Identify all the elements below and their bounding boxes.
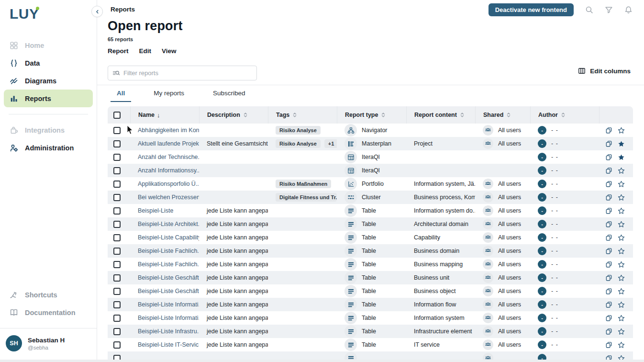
copy-icon[interactable]: [605, 288, 612, 295]
filter-icon[interactable]: [605, 6, 613, 14]
report-name-link[interactable]: Beispiel-Liste Informati...: [138, 315, 199, 321]
sidebar-item-documentation[interactable]: Documentation: [4, 304, 93, 321]
row-checkbox[interactable]: [113, 181, 121, 188]
copy-icon[interactable]: [605, 274, 612, 282]
report-name-link[interactable]: Beispiel-Liste Fachlich...: [138, 261, 199, 268]
copy-icon[interactable]: [605, 315, 612, 322]
row-checkbox[interactable]: [113, 167, 121, 174]
star-icon[interactable]: [618, 248, 625, 255]
sidebar-collapse-button[interactable]: [91, 6, 103, 17]
row-checkbox[interactable]: [113, 288, 121, 295]
column-header-tags[interactable]: Tags: [268, 106, 337, 124]
star-icon[interactable]: [618, 194, 625, 201]
row-checkbox[interactable]: [113, 127, 121, 134]
report-name-link[interactable]: Bei welchen Prozessen...: [138, 194, 199, 201]
report-name-link[interactable]: Beispiel-Liste: [138, 207, 173, 214]
star-icon[interactable]: [618, 328, 625, 335]
copy-icon[interactable]: [605, 207, 612, 215]
copy-icon[interactable]: [605, 301, 612, 308]
menu-report[interactable]: Report: [108, 47, 129, 55]
row-checkbox[interactable]: [113, 341, 121, 349]
row-checkbox[interactable]: [113, 234, 121, 241]
copy-icon[interactable]: [605, 234, 612, 241]
report-name-link[interactable]: Beispiel-Liste Infrastru...: [138, 328, 199, 335]
sidebar-item-data[interactable]: Data: [4, 54, 93, 72]
report-name-link[interactable]: Beispiel-Liste Geschäft...: [138, 288, 199, 294]
row-checkbox[interactable]: [113, 207, 121, 215]
report-name-link[interactable]: Beispiel-Liste Geschäft...: [138, 274, 199, 281]
row-checkbox[interactable]: [113, 221, 121, 228]
sidebar-item-home[interactable]: Home: [4, 36, 93, 54]
copy-icon[interactable]: [605, 328, 612, 335]
tab-subscribed[interactable]: Subscribed: [207, 88, 252, 102]
report-name-link[interactable]: Beispiel-Liste Architekt...: [138, 221, 199, 227]
tab-all[interactable]: All: [111, 88, 131, 102]
edit-columns-button[interactable]: Edit columns: [578, 67, 631, 75]
select-all-checkbox[interactable]: [113, 112, 121, 119]
report-name-link[interactable]: Anzahl Informationssy...: [138, 167, 199, 174]
copy-icon[interactable]: [605, 248, 612, 255]
copy-icon[interactable]: [605, 181, 612, 188]
star-icon[interactable]: [618, 341, 625, 349]
copy-icon[interactable]: [605, 154, 612, 161]
row-checkbox[interactable]: [113, 274, 121, 282]
notifications-bell-icon[interactable]: [624, 6, 633, 14]
star-icon[interactable]: [618, 181, 625, 188]
star-icon[interactable]: [618, 127, 625, 134]
star-icon[interactable]: [618, 167, 625, 174]
sidebar-item-reports[interactable]: Reports: [4, 90, 93, 107]
star-icon[interactable]: [618, 315, 625, 322]
column-header-report-type[interactable]: Report type: [337, 106, 406, 124]
report-name-link[interactable]: Abhängigkeiten im Kon...: [138, 127, 199, 134]
deactivate-frontend-button[interactable]: Deactivate new frontend: [489, 3, 574, 16]
column-header-name[interactable]: Name↓: [130, 106, 199, 124]
copy-icon[interactable]: [605, 261, 612, 268]
user-profile[interactable]: SH Sebastian H @sebha: [0, 328, 97, 362]
row-checkbox[interactable]: [113, 154, 121, 161]
row-checkbox[interactable]: [113, 261, 121, 268]
report-name-link[interactable]: Beispiel-Liste Capability: [138, 234, 199, 241]
copy-icon[interactable]: [605, 167, 612, 174]
sidebar-item-shortcuts[interactable]: Shortcuts: [4, 286, 93, 304]
filter-reports-input[interactable]: [123, 69, 252, 77]
copy-icon[interactable]: [605, 221, 612, 228]
star-icon[interactable]: [618, 234, 625, 241]
column-header-shared[interactable]: Shared: [475, 106, 530, 124]
report-name-link[interactable]: Applikationsporfolio Ü...: [138, 181, 199, 187]
row-checkbox[interactable]: [113, 248, 121, 255]
report-name-link[interactable]: Aktuell laufende Projek...: [138, 140, 199, 147]
star-icon[interactable]: [618, 207, 625, 215]
report-name-link[interactable]: Beispiel-Liste Informati...: [138, 301, 199, 308]
star-icon[interactable]: [618, 301, 625, 308]
star-icon[interactable]: [618, 261, 625, 268]
copy-icon[interactable]: [605, 127, 612, 134]
row-checkbox[interactable]: [113, 301, 121, 308]
report-name-link[interactable]: Anzahl der Technische...: [138, 154, 199, 160]
sidebar-item-administration[interactable]: Administration: [4, 139, 93, 157]
menu-view[interactable]: View: [162, 47, 177, 55]
sidebar-item-integrations[interactable]: Integrations: [4, 121, 93, 139]
copy-icon[interactable]: [605, 140, 612, 147]
luy-logo[interactable]: LUY: [10, 6, 97, 25]
tab-my-reports[interactable]: My reports: [147, 88, 190, 102]
sidebar-item-diagrams[interactable]: Diagrams: [4, 72, 93, 90]
search-icon[interactable]: [585, 6, 593, 14]
star-icon[interactable]: [618, 274, 625, 282]
breadcrumb[interactable]: Reports: [111, 6, 135, 13]
column-header-description[interactable]: Description: [199, 106, 268, 124]
report-name-link[interactable]: Beispiel-Liste IT-Servic...: [138, 341, 199, 348]
row-checkbox[interactable]: [113, 315, 121, 322]
row-checkbox[interactable]: [113, 140, 121, 147]
report-name-link[interactable]: Beispiel-Liste Fachlich...: [138, 248, 199, 254]
star-filled-icon[interactable]: [618, 154, 625, 161]
star-icon[interactable]: [618, 221, 625, 228]
menu-edit[interactable]: Edit: [139, 47, 152, 55]
tag-more-badge[interactable]: +1: [324, 139, 337, 148]
copy-icon[interactable]: [605, 194, 612, 201]
row-checkbox[interactable]: [113, 328, 121, 335]
star-filled-icon[interactable]: [618, 140, 625, 147]
star-icon[interactable]: [618, 288, 625, 295]
copy-icon[interactable]: [605, 341, 612, 349]
column-header-report-content[interactable]: Report content: [406, 106, 475, 124]
row-checkbox[interactable]: [113, 194, 121, 201]
